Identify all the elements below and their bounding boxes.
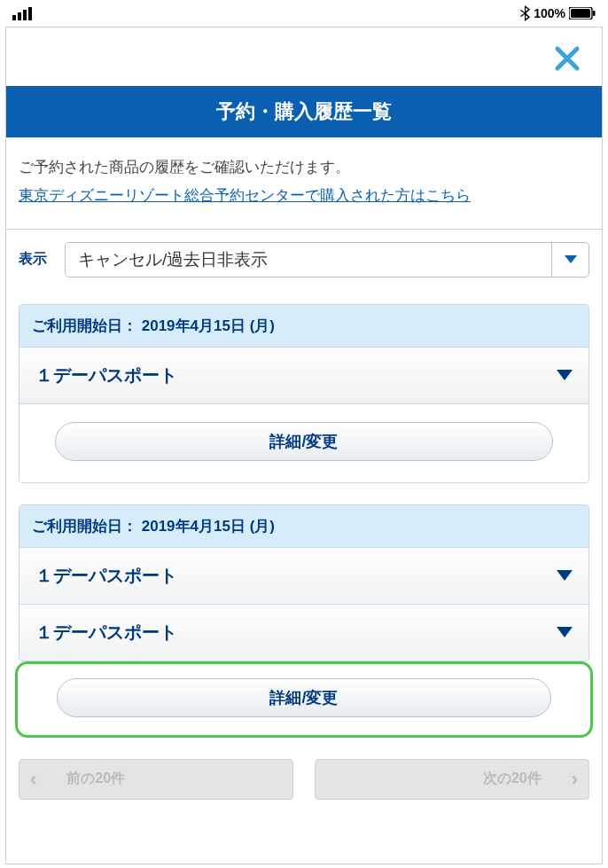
- next-label: 次の20件: [483, 770, 542, 788]
- intro-section: ご予約された商品の履歴をご確認いただけます。 東京ディズニーリゾート総合予約セン…: [6, 137, 602, 230]
- svg-rect-2: [593, 11, 596, 16]
- highlighted-action: 詳細/変更: [15, 661, 593, 738]
- chevron-right-icon: ›: [572, 768, 578, 791]
- prev-page-button[interactable]: ‹ 前の20件: [19, 759, 293, 800]
- ticket-name: １デーパスポート: [35, 364, 177, 387]
- battery-icon: [569, 7, 596, 20]
- booking-card: ご利用開始日： 2019年4月15日 (月) １デーパスポート 詳細/変更: [19, 304, 589, 483]
- date-value: 2019年4月15日 (月): [142, 317, 275, 334]
- filter-select[interactable]: キャンセル/過去日非表示: [65, 242, 589, 278]
- svg-rect-1: [571, 9, 590, 18]
- close-icon[interactable]: [554, 42, 581, 77]
- booking-card: ご利用開始日： 2019年4月15日 (月) １デーパスポート １デーパスポート: [19, 504, 589, 661]
- chevron-down-icon: [557, 570, 573, 581]
- ticket-item-row[interactable]: １デーパスポート: [19, 547, 589, 604]
- next-page-button[interactable]: 次の20件 ›: [315, 759, 589, 800]
- card-date: ご利用開始日： 2019年4月15日 (月): [19, 505, 589, 547]
- battery-percent: 100%: [534, 6, 565, 20]
- chevron-left-icon: ‹: [30, 768, 36, 791]
- chevron-down-icon: [551, 243, 589, 277]
- intro-text: ご予約された商品の履歴をご確認いただけます。: [19, 159, 350, 176]
- ticket-name: １デーパスポート: [35, 564, 177, 588]
- chevron-down-icon: [557, 370, 573, 380]
- ticket-name: １デーパスポート: [35, 621, 177, 645]
- date-value: 2019年4月15日 (月): [142, 518, 275, 535]
- date-label: ご利用開始日：: [32, 317, 137, 334]
- ticket-item-row[interactable]: １デーパスポート: [19, 604, 589, 661]
- intro-link[interactable]: 東京ディズニーリゾート総合予約センターで購入された方はこちら: [19, 187, 471, 204]
- status-right: 100%: [520, 5, 596, 21]
- card-footer: 詳細/変更: [19, 403, 589, 482]
- content-frame: 予約・購入履歴一覧 ご予約された商品の履歴をご確認いただけます。 東京ディズニー…: [5, 27, 603, 864]
- prev-label: 前の20件: [66, 770, 125, 788]
- filter-selected-value: キャンセル/過去日非表示: [66, 243, 551, 277]
- signal-indicator: [12, 7, 32, 20]
- filter-label: 表示: [19, 250, 47, 269]
- detail-change-button[interactable]: 詳細/変更: [55, 422, 553, 461]
- signal-bars-icon: [12, 7, 32, 20]
- bluetooth-icon: [520, 5, 530, 21]
- date-label: ご利用開始日：: [32, 518, 137, 535]
- detail-change-button[interactable]: 詳細/変更: [57, 678, 551, 717]
- status-bar: 100%: [0, 0, 608, 27]
- chevron-down-icon: [557, 627, 573, 637]
- pagination: ‹ 前の20件 次の20件 ›: [6, 748, 602, 800]
- page-title: 予約・購入履歴一覧: [6, 86, 602, 137]
- ticket-item-row[interactable]: １デーパスポート: [19, 347, 589, 403]
- filter-row: 表示 キャンセル/過去日非表示: [6, 230, 602, 292]
- card-date: ご利用開始日： 2019年4月15日 (月): [19, 305, 589, 347]
